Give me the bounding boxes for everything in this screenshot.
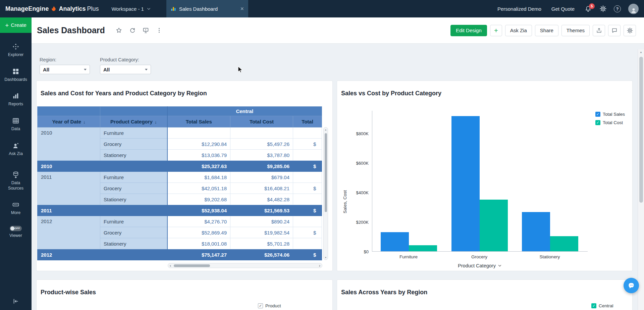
dashboard-settings-button[interactable]: [624, 25, 636, 36]
pivot-data-row[interactable]: 2012Furniture$4,276.70$890.24: [38, 216, 322, 227]
sidebar-item-dashboards[interactable]: Dashboards: [0, 68, 32, 83]
favorite-star-icon[interactable]: [116, 27, 122, 34]
pivot-col-year[interactable]: Year of Date↓: [38, 116, 100, 127]
scroll-down-icon[interactable]: ▼: [324, 256, 328, 259]
band-empty-cell: [38, 107, 100, 116]
pivot-col-partial[interactable]: Total: [293, 116, 322, 127]
legend-total-sales[interactable]: ✓Total Sales: [595, 112, 625, 117]
scroll-up-icon[interactable]: ▲: [638, 51, 644, 54]
chart-x-axis-label[interactable]: Product Category: [372, 263, 588, 268]
pivot-total-year-cell: 2010: [38, 161, 100, 172]
sidebar-item-data[interactable]: Data: [0, 117, 32, 132]
scrollbar-thumb[interactable]: [639, 57, 643, 203]
page-scrollbar[interactable]: ▲: [638, 49, 644, 310]
sidebar-collapse-button[interactable]: [12, 298, 19, 305]
pivot-total-year-cell: 2012: [38, 249, 100, 260]
chat-support-button[interactable]: [624, 278, 639, 293]
tab-label: Sales Dashboard: [179, 6, 218, 12]
scroll-right-icon[interactable]: ›: [319, 263, 320, 268]
brand-analytics: Analytics: [59, 5, 86, 12]
pivot-vertical-scrollbar[interactable]: ▲ ▼: [323, 127, 328, 260]
bar-total-sales-grocery[interactable]: [451, 116, 480, 251]
product-legend-item[interactable]: ✓ Product: [258, 303, 281, 308]
workspace-selector[interactable]: Workspace - 1: [111, 6, 151, 12]
pivot-data-row[interactable]: 2010Furniture: [38, 127, 322, 139]
scroll-up-icon[interactable]: ▲: [324, 128, 328, 131]
pivot-cost-cell: $3,787.80: [230, 150, 293, 161]
product-category-filter-select[interactable]: All: [100, 65, 151, 74]
kebab-menu-icon[interactable]: [156, 27, 162, 34]
sidebar-item-reports[interactable]: Reports: [0, 92, 32, 107]
sidebar: + Create Explorer Dashboards Reports Dat…: [0, 17, 32, 310]
close-icon[interactable]: ×: [240, 6, 244, 12]
legend-label: Total Sales: [603, 112, 625, 117]
pivot-col-category[interactable]: Product Category↓: [100, 116, 167, 127]
pivot-cost-cell: $5,497.26: [230, 139, 293, 150]
x-category-label[interactable]: Stationery: [540, 254, 560, 259]
region-filter-select[interactable]: All: [40, 65, 90, 74]
sidebar-item-explorer[interactable]: Explorer: [0, 43, 32, 58]
create-button[interactable]: + Create: [0, 17, 32, 33]
refresh-icon[interactable]: [129, 27, 136, 34]
help-button[interactable]: ?: [614, 5, 621, 12]
add-widget-button[interactable]: +: [490, 25, 502, 36]
avatar[interactable]: [628, 4, 639, 14]
pivot-col-total-cost[interactable]: Total Cost: [230, 116, 293, 127]
pivot-sales-cell: $42,051.18: [167, 183, 230, 194]
y-tick-label: $400K: [346, 190, 369, 195]
sidebar-item-ask-zia[interactable]: Ask Zia: [0, 142, 32, 157]
viewer-toggle[interactable]: OFF: [10, 226, 22, 231]
scroll-left-icon[interactable]: ‹: [170, 263, 171, 268]
chevron-down-icon: [498, 264, 502, 268]
legend-total-cost[interactable]: ✓Total Cost: [595, 120, 625, 125]
tab-sales-dashboard[interactable]: Sales Dashboard ×: [166, 0, 248, 17]
pivot-region-header[interactable]: Central: [167, 107, 322, 116]
personalized-demo-link[interactable]: Personalized Demo: [497, 6, 541, 12]
bar-total-sales-stationery[interactable]: [522, 212, 550, 251]
sort-desc-icon[interactable]: ↓: [155, 119, 157, 124]
pivot-area: Central Year of Date↓ Product Category↓ …: [37, 106, 332, 260]
bar-total-cost-stationery[interactable]: [550, 236, 578, 251]
sort-desc-icon[interactable]: ↓: [83, 119, 86, 124]
notifications-button[interactable]: 5: [585, 5, 592, 12]
pivot-total-row[interactable]: 2010$25,327.63$9,285.06$: [38, 161, 322, 172]
pivot-total-row[interactable]: 2012$75,147.27$26,574.06$: [38, 249, 322, 260]
edit-design-button[interactable]: Edit Design: [450, 25, 487, 36]
admin-settings-button[interactable]: [600, 5, 606, 12]
slideshow-icon[interactable]: [143, 27, 149, 34]
sidebar-item-label: Ask Zia: [9, 151, 23, 157]
ask-zia-button[interactable]: Ask Zia: [505, 25, 532, 36]
topbar: ManageEngine Analytics Plus Workspace - …: [0, 0, 644, 17]
y-tick-label: $600K: [346, 161, 369, 166]
pivot-data-row[interactable]: 2011Furniture$1,684.18$679.04: [38, 172, 322, 183]
pivot-table: Central Year of Date↓ Product Category↓ …: [37, 106, 322, 260]
pivot-total-sales-cell: $52,938.04: [167, 205, 230, 216]
pivot-sales-cell: $52,869.49: [167, 227, 230, 238]
pivot-cost-cell: [230, 127, 293, 139]
brand-logo[interactable]: ManageEngine Analytics Plus: [5, 5, 99, 12]
bar-total-cost-grocery[interactable]: [480, 200, 508, 251]
x-category-label[interactable]: Grocery: [471, 254, 487, 259]
get-quote-link[interactable]: Get Quote: [551, 6, 575, 12]
pivot-total-extra-cell: $: [293, 161, 322, 172]
region-filter-label: Region:: [40, 57, 90, 62]
themes-button[interactable]: Themes: [561, 25, 590, 36]
scrollbar-thumb[interactable]: [174, 264, 210, 267]
export-button[interactable]: [593, 25, 605, 36]
pivot-horizontal-scrollbar[interactable]: ‹ ›: [168, 263, 322, 268]
sidebar-item-viewer[interactable]: OFF Viewer: [0, 226, 32, 239]
pivot-col-total-sales[interactable]: Total Sales: [167, 116, 230, 127]
bar-total-cost-furniture[interactable]: [409, 245, 437, 251]
pivot-total-extra-cell: $: [293, 205, 322, 216]
sidebar-item-data-sources[interactable]: Data Sources: [0, 171, 32, 191]
pivot-total-cost-cell: $26,574.06: [230, 249, 293, 260]
sidebar-item-more[interactable]: More: [0, 201, 32, 216]
scrollbar-thumb[interactable]: [325, 133, 327, 212]
y-tick-label: $0: [346, 249, 369, 254]
share-button[interactable]: Share: [535, 25, 558, 36]
bar-total-sales-furniture[interactable]: [381, 232, 409, 251]
x-category-label[interactable]: Furniture: [399, 254, 418, 259]
comments-button[interactable]: [608, 25, 621, 36]
central-legend-item[interactable]: ✓ Central: [591, 303, 613, 308]
pivot-total-row[interactable]: 2011$52,938.04$21,569.53$: [38, 205, 322, 216]
